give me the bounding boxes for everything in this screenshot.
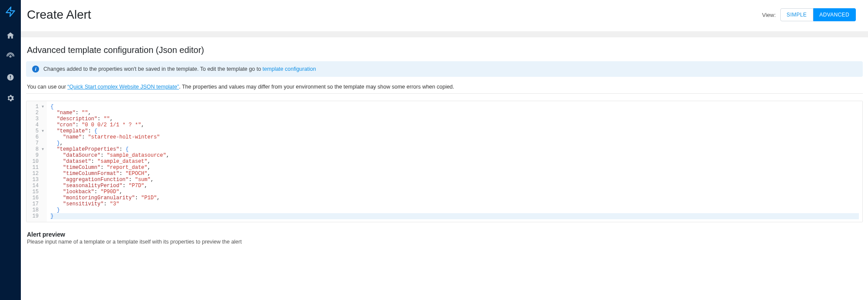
svg-point-1 [10, 56, 11, 57]
info-banner-link[interactable]: template configuration [263, 66, 316, 72]
sidebar-item-settings[interactable] [0, 88, 21, 109]
sidebar-item-radar[interactable] [0, 46, 21, 67]
sidebar-item-home[interactable] [0, 25, 21, 46]
helper-text: You can use our Quick Start complex Webs… [27, 84, 862, 90]
page-header: Create Alert View: SIMPLE ADVANCED [21, 0, 868, 31]
view-toggle-group: SIMPLE ADVANCED [780, 8, 856, 21]
view-switch: View: SIMPLE ADVANCED [762, 8, 856, 21]
info-banner-text: Changes added to the properties won't be… [43, 66, 316, 72]
editor-gutter: 12345678910111213141516171819 [26, 101, 40, 222]
sidebar-item-alerts[interactable] [0, 67, 21, 88]
info-banner: i Changes added to the properties won't … [26, 61, 863, 77]
editor-fold-column: ▾ ▾ ▾ [40, 101, 47, 222]
alert-preview-subtitle: Please input name of a template or a tem… [27, 239, 862, 245]
editor-code[interactable]: { "name": "", "description": "", "cron":… [47, 101, 862, 222]
section-title: Advanced template configuration (Json ed… [27, 45, 862, 55]
svg-marker-0 [6, 7, 15, 16]
info-icon: i [32, 66, 39, 73]
divider [26, 93, 863, 94]
svg-rect-4 [10, 79, 11, 79]
app-logo-icon [5, 6, 16, 17]
sidebar [0, 0, 21, 300]
helper-template-link[interactable]: Quick Start complex Website JSON templat… [67, 84, 179, 90]
main: Create Alert View: SIMPLE ADVANCED Advan… [21, 0, 868, 300]
alert-preview-title: Alert preview [27, 231, 862, 238]
json-editor[interactable]: 12345678910111213141516171819 ▾ ▾ ▾ { "n… [26, 101, 863, 222]
content: Advanced template configuration (Json ed… [21, 37, 868, 262]
view-toggle-simple[interactable]: SIMPLE [780, 8, 813, 21]
header-divider [21, 31, 868, 37]
svg-rect-3 [10, 76, 11, 78]
view-switch-label: View: [762, 12, 776, 18]
page-title: Create Alert [27, 8, 91, 22]
view-toggle-advanced[interactable]: ADVANCED [813, 8, 856, 21]
